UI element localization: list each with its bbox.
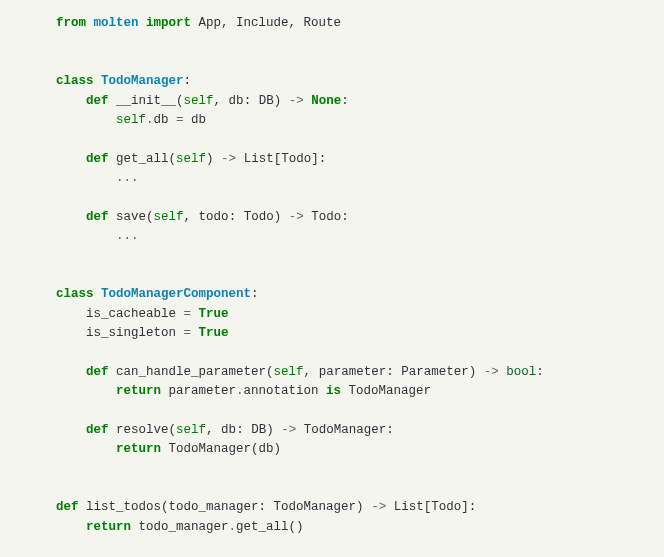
self-ref: self bbox=[116, 113, 146, 127]
self-param: self bbox=[184, 94, 214, 108]
self-param: self bbox=[154, 210, 184, 224]
self-param: self bbox=[274, 365, 304, 379]
self-param: self bbox=[176, 152, 206, 166]
return-type: TodoManager bbox=[304, 423, 387, 437]
colon: : bbox=[251, 287, 259, 301]
param-name: parameter bbox=[319, 365, 387, 379]
self-param: self bbox=[176, 423, 206, 437]
import-module: molten bbox=[94, 16, 139, 30]
ellipsis: ... bbox=[116, 229, 139, 243]
param-name: db bbox=[229, 94, 244, 108]
def-kw: def bbox=[86, 365, 109, 379]
def-kw: def bbox=[86, 152, 109, 166]
class-name: TodoManagerComponent bbox=[101, 287, 251, 301]
def-kw: def bbox=[86, 94, 109, 108]
method-name: resolve bbox=[116, 423, 169, 437]
import-names: App, Include, Route bbox=[199, 16, 342, 30]
return-kw: return bbox=[86, 520, 131, 534]
param-type: TodoManager bbox=[274, 500, 357, 514]
def-kw: def bbox=[86, 210, 109, 224]
return-kw: return bbox=[116, 442, 161, 456]
bool-literal: True bbox=[199, 326, 229, 340]
class-attr: is_cacheable bbox=[86, 307, 176, 321]
class-name: TodoManager bbox=[101, 74, 184, 88]
colon: : bbox=[184, 74, 192, 88]
code-block: from molten import App, Include, Route c… bbox=[56, 14, 664, 557]
class-kw: class bbox=[56, 287, 94, 301]
param-name: todo_manager bbox=[169, 500, 259, 514]
func-name: list_todos bbox=[86, 500, 161, 514]
method-name: get_all bbox=[116, 152, 169, 166]
method-name: can_handle_parameter bbox=[116, 365, 266, 379]
return-type: Todo bbox=[311, 210, 341, 224]
import-kw: import bbox=[146, 16, 191, 30]
import-from-kw: from bbox=[56, 16, 86, 30]
return-type: List bbox=[244, 152, 274, 166]
bool-literal: True bbox=[199, 307, 229, 321]
return-type: None bbox=[311, 94, 341, 108]
class-kw: class bbox=[56, 74, 94, 88]
ellipsis: ... bbox=[116, 171, 139, 185]
return-type: List bbox=[394, 500, 424, 514]
param-type: DB bbox=[251, 423, 266, 437]
param-type: DB bbox=[259, 94, 274, 108]
return-kw: return bbox=[116, 384, 161, 398]
method-name: __init__ bbox=[116, 94, 176, 108]
param-type: Parameter bbox=[401, 365, 469, 379]
attr: db bbox=[154, 113, 169, 127]
method-name: save bbox=[116, 210, 146, 224]
is-kw: is bbox=[319, 384, 349, 398]
class-attr: is_singleton bbox=[86, 326, 176, 340]
def-kw: def bbox=[86, 423, 109, 437]
param-name: db bbox=[221, 423, 236, 437]
def-kw: def bbox=[56, 500, 79, 514]
param-type: Todo bbox=[244, 210, 274, 224]
param-name: todo bbox=[199, 210, 229, 224]
return-type: bool bbox=[506, 365, 536, 379]
